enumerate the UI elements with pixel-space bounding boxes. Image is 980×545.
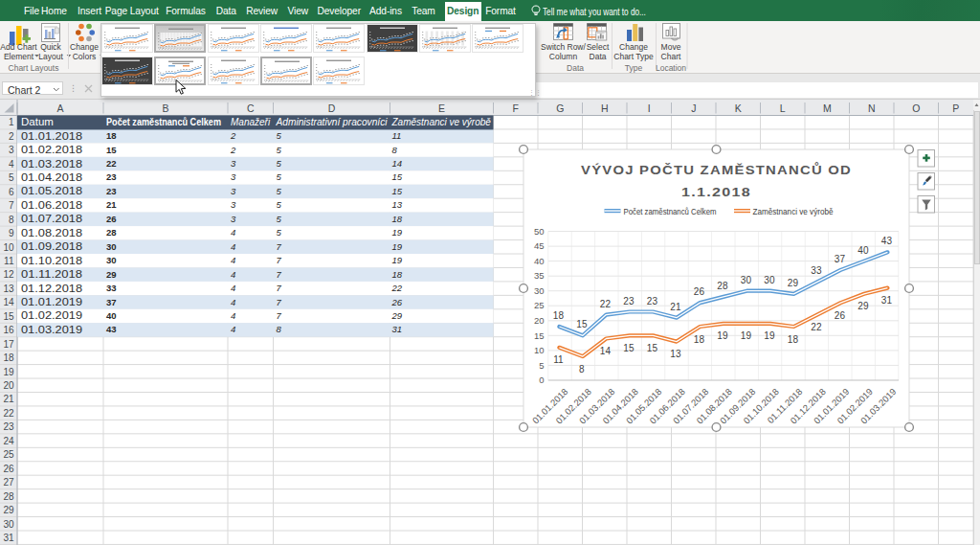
svg-text:4: 4 [231, 255, 235, 265]
svg-text:31: 31 [3, 533, 14, 543]
svg-text:31: 31 [392, 324, 403, 334]
svg-text:E: E [438, 102, 445, 114]
svg-text:20: 20 [534, 315, 545, 326]
svg-text:18: 18 [553, 310, 565, 321]
svg-text:13: 13 [3, 284, 14, 294]
svg-text:Data: Data [590, 52, 607, 61]
svg-text:18: 18 [392, 269, 403, 280]
svg-text:15: 15 [647, 343, 658, 353]
svg-text:Quick: Quick [40, 42, 61, 52]
svg-text:40: 40 [106, 310, 117, 321]
svg-text:5: 5 [277, 171, 282, 182]
svg-text:01.11.2018: 01.11.2018 [21, 268, 82, 280]
svg-text:1: 1 [9, 117, 14, 127]
svg-text:30: 30 [106, 241, 117, 252]
svg-text:A: A [56, 102, 63, 114]
svg-text:01.03.2019: 01.03.2019 [21, 324, 82, 335]
svg-text:21: 21 [3, 394, 14, 404]
svg-text:Administrativní pracovníci: Administrativní pracovníci [275, 117, 388, 127]
svg-text:D: D [328, 102, 336, 114]
svg-text:18: 18 [694, 334, 705, 345]
svg-text:5: 5 [277, 199, 282, 210]
svg-text:N: N [868, 102, 876, 114]
svg-text:23: 23 [3, 421, 14, 432]
svg-text:15: 15 [623, 343, 635, 353]
svg-text:8: 8 [277, 324, 282, 334]
svg-text:4: 4 [9, 159, 14, 170]
svg-text:VÝVOJ POČTU ZAMĚSTNANCŮ OD: VÝVOJ POČTU ZAMĚSTNANCŮ OD [581, 162, 852, 177]
svg-text:Zaměstnanci ve výrobě: Zaměstnanci ve výrobě [753, 206, 834, 216]
svg-text:40: 40 [858, 245, 869, 256]
svg-text:22: 22 [3, 408, 14, 419]
svg-text:5: 5 [277, 214, 282, 224]
svg-text:20: 20 [3, 380, 14, 391]
svg-text:30: 30 [764, 275, 775, 285]
svg-text:26: 26 [106, 214, 117, 224]
svg-text:01.01.2018: 01.01.2018 [21, 130, 82, 142]
svg-text:15: 15 [576, 319, 588, 329]
svg-text:01.06.2018: 01.06.2018 [21, 199, 82, 211]
svg-text:30: 30 [741, 275, 752, 285]
svg-text:19: 19 [3, 367, 14, 377]
svg-text:Data: Data [567, 63, 584, 73]
svg-text:26: 26 [694, 286, 705, 297]
svg-text:29: 29 [858, 301, 869, 311]
svg-text:J: J [691, 102, 696, 114]
svg-text:C: C [247, 102, 255, 114]
svg-text:19: 19 [392, 241, 403, 252]
svg-text:2: 2 [9, 131, 14, 142]
svg-text:15: 15 [392, 186, 403, 196]
svg-text:Počet zaměstnanců Celkem: Počet zaměstnanců Celkem [624, 206, 717, 216]
svg-text:19: 19 [717, 330, 728, 341]
svg-text:10: 10 [3, 242, 14, 253]
svg-text:Switch Row/: Switch Row/ [541, 42, 586, 52]
svg-text:33: 33 [811, 265, 822, 276]
svg-text:45: 45 [534, 240, 545, 251]
svg-text:Chart Layouts: Chart Layouts [9, 63, 59, 73]
svg-text:4: 4 [231, 310, 235, 321]
svg-text:Location: Location [656, 63, 686, 73]
svg-text:7: 7 [277, 283, 282, 293]
svg-text:35: 35 [534, 270, 545, 281]
svg-text:4: 4 [231, 283, 235, 293]
svg-text:P: P [952, 102, 959, 114]
svg-text:15: 15 [392, 171, 403, 182]
svg-text:27: 27 [3, 477, 14, 488]
svg-text:Select: Select [587, 42, 610, 52]
svg-text:11: 11 [4, 256, 14, 266]
svg-text:18: 18 [3, 352, 14, 363]
svg-text:01.01.2019: 01.01.2019 [21, 296, 82, 307]
svg-text:5: 5 [277, 130, 282, 141]
svg-text:21: 21 [670, 302, 681, 312]
svg-text:43: 43 [881, 236, 893, 246]
svg-text:29: 29 [3, 505, 14, 515]
svg-text:01.02.2019: 01.02.2019 [21, 309, 82, 321]
svg-text:5: 5 [277, 158, 282, 169]
svg-text:7: 7 [277, 269, 282, 280]
svg-text:L: L [780, 102, 786, 114]
svg-text:4: 4 [231, 241, 235, 252]
svg-text:37: 37 [106, 297, 117, 307]
svg-text:01.04.2018: 01.04.2018 [21, 171, 82, 183]
svg-text:31: 31 [881, 295, 893, 306]
svg-text:26: 26 [3, 464, 14, 474]
svg-text:5: 5 [277, 186, 282, 196]
svg-text:18: 18 [392, 214, 403, 224]
svg-text:3: 3 [231, 186, 236, 196]
svg-text:H: H [601, 102, 609, 114]
svg-text:Chart: Chart [661, 52, 681, 61]
svg-text:Change: Change [70, 42, 99, 52]
svg-text:43: 43 [106, 324, 117, 334]
svg-text:M: M [823, 102, 832, 114]
svg-text:7: 7 [277, 297, 282, 307]
svg-text:50: 50 [534, 226, 545, 237]
svg-text:15: 15 [534, 330, 545, 341]
svg-text:23: 23 [647, 296, 658, 307]
svg-text:O: O [912, 102, 920, 114]
svg-text:19: 19 [764, 330, 775, 341]
svg-text:18: 18 [106, 130, 117, 141]
svg-text:26: 26 [391, 297, 403, 307]
svg-text:7: 7 [9, 200, 14, 211]
svg-text:4: 4 [231, 227, 235, 238]
svg-text:3: 3 [231, 158, 236, 169]
